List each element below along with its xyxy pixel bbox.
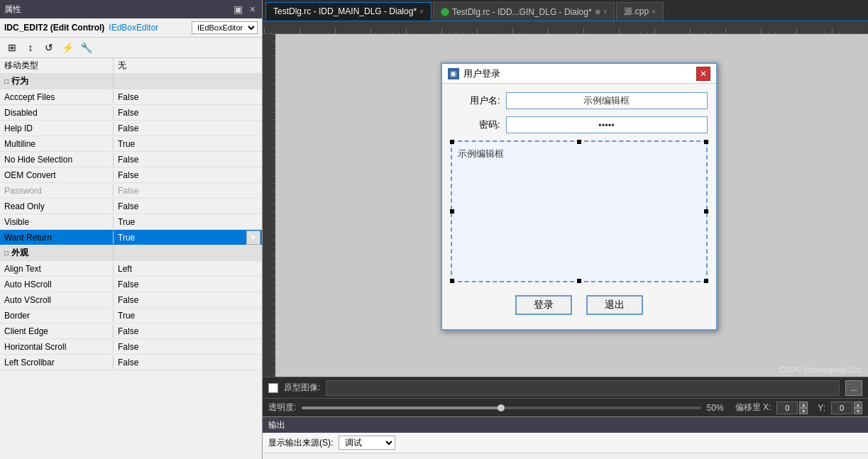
password-input[interactable]: ••••• [506,116,708,133]
tab-gin-dlg-close[interactable]: × [603,8,608,16]
output-header: 输出 [263,417,868,433]
prop-value-helpid: False [114,122,262,135]
prop-row-password[interactable]: Password False [0,183,262,199]
category-behavior-label: □ 行为 [0,74,114,89]
offset-x-down[interactable]: ▼ [799,408,808,414]
prop-row-autovscroll[interactable]: Auto VScroll False [0,292,262,308]
prop-row-multiline[interactable]: Multiline True [0,136,262,152]
multiline-text: 示例编辑框 [458,148,504,159]
prop-row-border[interactable]: Border True [0,308,262,323]
prop-name-nohide: No Hide Selection [0,153,114,166]
prop-name-accept-files: Acccept Files [0,91,114,104]
tab-gin-dlg[interactable]: TestDlg.rc - IDD...GIN_DLG - Dialog* ⊕ × [433,2,615,21]
resize-handle-tc[interactable] [577,140,581,144]
proto-browse-button[interactable]: ... [845,380,862,396]
offset-y-group: ▲ ▼ [831,402,862,414]
prop-row-nohide[interactable]: No Hide Selection False [0,152,262,167]
password-label: 密码: [451,118,500,131]
prop-value-aligntext: Left [114,262,262,275]
tab-bar: TestDlg.rc - IDD_MAIN_DLG - Dialog* × Te… [263,0,868,21]
editor-panel: TestDlg.rc - IDD_MAIN_DLG - Dialog* × Te… [263,0,868,459]
prop-value-leftscroll: False [114,356,262,369]
transparency-value: 50% [707,403,724,413]
offset-x-input[interactable] [776,402,798,414]
resize-handle-tr[interactable] [704,140,708,144]
offset-y-up[interactable]: ▲ [854,402,862,408]
tab-cpp[interactable]: 源.cpp × [616,2,664,21]
resize-handle-br[interactable] [704,279,708,283]
prop-row-aligntext[interactable]: Align Text Left [0,261,262,277]
dialog-title-text: 用户登录 [463,67,500,80]
transparency-row: 透明度: 50% 偏移里 X: ▲ ▼ Y: ▲ ▼ [263,398,868,416]
prop-name-helpid: Help ID [0,122,114,135]
prop-name-multiline: Multiline [0,138,114,150]
prop-row-disabled[interactable]: Disabled False [0,105,262,121]
dialog-username-row: 用户名: 示例编辑框 [451,92,708,109]
properties-title: 属性 [4,4,21,16]
prop-value-nohide: False [114,153,262,166]
proto-checkbox[interactable] [268,383,278,393]
dialog-close-button[interactable]: ✕ [696,67,710,81]
transparency-slider[interactable] [302,407,701,409]
prop-name-clientedge: Client Edge [0,325,114,338]
tab-main-dlg[interactable]: TestDlg.rc - IDD_MAIN_DLG - Dialog* × [265,2,432,21]
watermark: CSDN @zhaogeng01zp [779,365,862,374]
prop-row-oemconvert[interactable]: OEM Convert False [0,167,262,183]
prop-row-accept-files[interactable]: Acccept Files False [0,89,262,105]
username-input[interactable]: 示例编辑框 [506,92,708,109]
prop-row-wantreturn[interactable]: Want Return True ▼ [0,230,262,245]
prop-name-oemconvert: OEM Convert [0,169,114,182]
tab-main-dlg-close[interactable]: × [419,8,424,16]
toolbar-icon-sort[interactable]: ↕ [23,40,38,55]
resize-handle-mr[interactable] [704,209,708,214]
prop-value-wantreturn: True [114,231,246,244]
prop-value-password: False [114,184,262,197]
prop-row-clientedge[interactable]: Client Edge False [0,323,262,339]
tab-cpp-label: 源.cpp [624,6,649,18]
output-title: 输出 [268,419,285,431]
prop-row-hscroll[interactable]: Horizontal Scroll False [0,339,262,355]
offset-y-down[interactable]: ▼ [854,408,862,414]
toolbar-icon-wrench[interactable]: 🔧 [78,40,94,55]
canvas-with-ruler: ▣ 用户登录 ✕ 用户名: 示例编辑框 [263,34,868,377]
toolbar-icon-lightning[interactable]: ⚡ [60,40,75,55]
proto-input[interactable] [326,380,840,396]
prop-row-movetype[interactable]: 移动类型 无 [0,58,262,74]
multiline-editbox[interactable]: 示例编辑框 [451,140,708,282]
prop-row-visible[interactable]: Visible True [0,214,262,230]
prop-row-autohscroll[interactable]: Auto HScroll False [0,277,262,292]
prop-value-hscroll: False [114,341,262,353]
resize-handle-ml[interactable] [450,209,454,214]
prop-name-border: Border [0,309,114,322]
resize-handle-tl[interactable] [450,140,454,144]
offset-x-label: 偏移里 X: [735,402,771,414]
offset-x-spinners: ▲ ▼ [799,402,808,414]
prop-row-leftscroll[interactable]: Left Scrollbar False [0,355,262,370]
wantreturn-dropdown-btn[interactable]: ▼ [246,231,260,245]
tab-gin-dlg-pin[interactable]: ⊕ [595,8,600,16]
output-section: 输出 显示输出来源(S): 调试 [263,416,868,459]
offset-y-input[interactable] [831,402,852,414]
prop-value-readonly: False [114,200,262,213]
category-behavior[interactable]: □ 行为 [0,74,262,89]
prop-name-wantreturn: Want Return [0,231,114,244]
toolbar-icon-refresh[interactable]: ↺ [41,40,57,55]
properties-titlebar: 属性 ▣ × [0,0,262,18]
login-button[interactable]: 登录 [515,295,572,315]
prop-name-aligntext: Align Text [0,262,114,275]
prop-name-password: Password [0,184,114,197]
prop-row-readonly[interactable]: Read Only False [0,199,262,214]
close-button[interactable]: × [248,4,258,15]
tab-cpp-close[interactable]: × [652,8,656,16]
offset-x-up[interactable]: ▲ [799,402,808,408]
resize-handle-bc[interactable] [577,279,581,283]
editor-type-dropdown[interactable]: IEdBoxEditor [192,21,258,34]
canvas-main[interactable]: ▣ 用户登录 ✕ 用户名: 示例编辑框 [275,34,868,377]
output-source-select[interactable]: 调试 [339,436,395,450]
resize-handle-bl[interactable] [450,279,454,283]
toolbar-icon-grid[interactable]: ⊞ [4,40,20,55]
quit-button[interactable]: 退出 [586,295,643,315]
prop-row-helpid[interactable]: Help ID False [0,121,262,136]
category-appearance[interactable]: □ 外观 [0,245,262,261]
pin-button[interactable]: ▣ [231,4,245,15]
